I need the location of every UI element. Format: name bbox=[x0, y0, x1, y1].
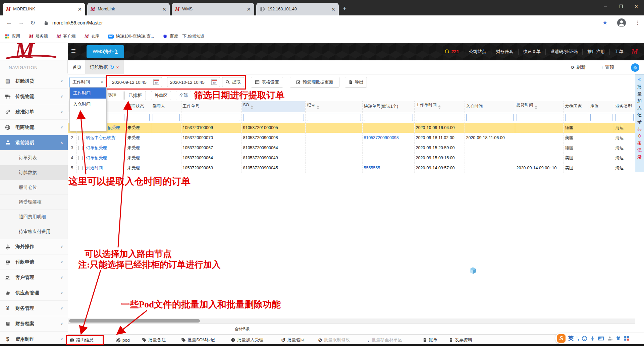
export-button[interactable]: 导出 bbox=[345, 77, 367, 88]
column-header-cabinet[interactable]: 柜号 bbox=[305, 101, 362, 112]
help-smiley-icon[interactable]: ☺ bbox=[631, 63, 639, 72]
tab-close-icon[interactable]: ✕ bbox=[331, 7, 335, 12]
horizontal-scrollbar[interactable] bbox=[68, 319, 635, 323]
sidebar-item-8[interactable]: 待受理装柜 bbox=[0, 195, 68, 210]
time-type-select[interactable]: 工作时间▼ bbox=[69, 77, 107, 87]
sidebar-item-3[interactable]: 电商物流∨ bbox=[0, 120, 68, 135]
cell-info[interactable]: 转运中心已收货 bbox=[85, 133, 126, 143]
table-row[interactable]: 3订单预受理未受理1053720090067810537200900064202… bbox=[68, 143, 635, 153]
table-row[interactable]: 5到港时间未受理10537200900638105372009000455555… bbox=[68, 163, 635, 173]
right-collapse-panel[interactable]: « 批量加入记录共0条记录 bbox=[635, 74, 644, 172]
sort-icon[interactable] bbox=[438, 104, 441, 111]
sidebar-item-11[interactable]: 海外操作∨ bbox=[0, 239, 68, 254]
collapse-left-icon[interactable]: « bbox=[638, 76, 641, 82]
dropdown-option-0[interactable]: 工作时间 bbox=[70, 88, 106, 99]
browser-tab[interactable]: MWMS✕ bbox=[172, 3, 254, 15]
tab-refresh-icon[interactable]: ↻ bbox=[110, 64, 114, 70]
column-filter-input[interactable] bbox=[183, 114, 240, 121]
header-link[interactable]: 邀请码/验证码 bbox=[545, 49, 583, 55]
ime-lang-indicator[interactable]: 英 bbox=[568, 335, 574, 342]
column-filter-input[interactable] bbox=[364, 114, 413, 121]
column-filter-input[interactable] bbox=[590, 114, 612, 121]
row-checkbox[interactable] bbox=[78, 156, 83, 160]
ime-bar[interactable]: S 英 ’, bbox=[555, 333, 644, 344]
column-filter-input[interactable] bbox=[517, 114, 562, 121]
sidebar-item-9[interactable]: 退回费用明细 bbox=[0, 210, 68, 224]
cell-info[interactable]: 订单预受理 bbox=[85, 153, 126, 163]
sidebar-item-1[interactable]: 传统物流∨ bbox=[0, 89, 68, 104]
back-icon[interactable]: ← bbox=[6, 19, 12, 26]
skin-shirt-icon[interactable] bbox=[615, 336, 621, 341]
tab-close-icon[interactable]: ✕ bbox=[77, 7, 82, 12]
wms-menu-button[interactable]: WMS海外仓 bbox=[87, 45, 124, 58]
cell-info[interactable]: 订单预受理 bbox=[85, 143, 126, 153]
column-filter-input[interactable] bbox=[466, 114, 514, 121]
brand-logo[interactable]: M bbox=[0, 43, 68, 60]
smiley-icon[interactable] bbox=[582, 336, 587, 341]
header-link[interactable]: 财务账套 bbox=[491, 49, 518, 55]
date-from-input[interactable]: 2020-09-12 10:45 15 bbox=[109, 77, 162, 87]
browser-tab[interactable]: 192.168.101.49✕ bbox=[256, 3, 339, 15]
cell-express[interactable]: 810537200900098 bbox=[362, 133, 414, 143]
header-link[interactable]: 公司站点 bbox=[464, 49, 491, 55]
table-row[interactable]: 4订单预受理未受理1053720090064810537200900049202… bbox=[68, 153, 635, 163]
scrollbar-thumb[interactable] bbox=[69, 319, 200, 323]
column-filter-input[interactable] bbox=[127, 114, 150, 121]
browser-tab[interactable]: MMoreLink✕ bbox=[87, 3, 170, 15]
sogou-logo-icon[interactable]: S bbox=[557, 334, 566, 343]
column-filter-input[interactable] bbox=[307, 114, 361, 121]
column-header-pick_time[interactable]: 提货时间 bbox=[515, 101, 564, 112]
header-link[interactable]: 工单 bbox=[609, 49, 628, 55]
date-to-input[interactable]: 2020-10-12 10:45 15 bbox=[167, 77, 220, 87]
sidebar-item-15[interactable]: ¥财务管理∨ bbox=[0, 301, 68, 316]
sidebar-item-7[interactable]: 船司仓位 bbox=[0, 180, 68, 195]
sort-icon[interactable] bbox=[317, 104, 319, 111]
table-row[interactable]: 2转运中心已收货未受理10537200900708105372009000988… bbox=[68, 133, 635, 143]
url-text[interactable]: morelink56.com/Master bbox=[52, 20, 103, 25]
column-filter-input[interactable] bbox=[153, 114, 180, 121]
bookmark-item[interactable]: 百度一下,你就知道 bbox=[163, 34, 204, 39]
bookmark-item[interactable]: M客户端 bbox=[57, 34, 76, 39]
column-header-so[interactable]: SO bbox=[241, 101, 305, 112]
column-filter-input[interactable] bbox=[243, 114, 304, 121]
row-checkbox[interactable] bbox=[78, 136, 83, 140]
calendar-icon[interactable]: 15 bbox=[211, 79, 217, 85]
dropdown-option-1[interactable]: 入仓时间 bbox=[70, 99, 106, 110]
ime-punct-icon[interactable]: ’, bbox=[576, 336, 579, 341]
extract-button[interactable]: 提取 bbox=[222, 77, 244, 87]
table-row[interactable]: 1预受理未受理10537201000099105372010000052020-… bbox=[68, 123, 635, 133]
reload-icon[interactable]: ↻ bbox=[30, 19, 35, 26]
pre-accept-update-button[interactable]: 预受理数据更新 bbox=[290, 77, 339, 88]
status-tab-2[interactable]: 补单区 bbox=[151, 91, 171, 100]
maximize-button[interactable]: ❐ bbox=[613, 0, 629, 13]
sidebar-item-0[interactable]: ▤拼舱拼货∨ bbox=[0, 73, 68, 89]
sidebar-item-13[interactable]: 客户管理∨ bbox=[0, 270, 68, 285]
column-filter-input[interactable] bbox=[416, 114, 463, 121]
status-tab-1[interactable]: 已排柜 bbox=[124, 91, 146, 100]
sidebar-item-12[interactable]: 付款申请∨ bbox=[0, 254, 68, 270]
tab-close-icon[interactable]: × bbox=[116, 65, 119, 70]
page-tab-home[interactable]: 首页 bbox=[68, 60, 86, 74]
bookmark-item[interactable]: M服务端 bbox=[29, 34, 48, 39]
tab-close-icon[interactable]: ✕ bbox=[162, 7, 166, 12]
sidebar-item-10[interactable]: 待审核应付费用 bbox=[0, 224, 68, 239]
cell-info[interactable]: 到港时间 bbox=[85, 163, 126, 173]
page-tab-booking-data[interactable]: 订舱数据 ↻ × bbox=[85, 60, 124, 74]
profile-avatar[interactable] bbox=[617, 18, 626, 27]
cell-express[interactable]: 5555555 bbox=[362, 163, 414, 173]
table-settings-button[interactable]: 表格设置 bbox=[251, 77, 283, 88]
bookmark-item[interactable]: M仓库 bbox=[85, 34, 99, 39]
user-account-icon[interactable] bbox=[607, 336, 613, 341]
close-button[interactable]: ✕ bbox=[629, 0, 644, 13]
row-checkbox[interactable] bbox=[78, 166, 83, 170]
notification-bell[interactable]: 221 bbox=[439, 49, 464, 55]
sidebar-item-6[interactable]: 订舱数据 bbox=[0, 165, 68, 180]
toolbox-grid-icon[interactable] bbox=[624, 336, 629, 341]
calendar-icon[interactable]: 15 bbox=[153, 79, 159, 85]
header-link[interactable]: 推广注册 bbox=[582, 49, 609, 55]
sidebar-item-14[interactable]: 供应商管理∨ bbox=[0, 285, 68, 301]
sidebar-item-16[interactable]: 财务档案∨ bbox=[0, 316, 68, 332]
column-filter-input[interactable] bbox=[565, 114, 587, 121]
hamburger-icon[interactable]: ≡ bbox=[71, 46, 76, 56]
sidebar-item-5[interactable]: 订单列表 bbox=[0, 151, 68, 165]
